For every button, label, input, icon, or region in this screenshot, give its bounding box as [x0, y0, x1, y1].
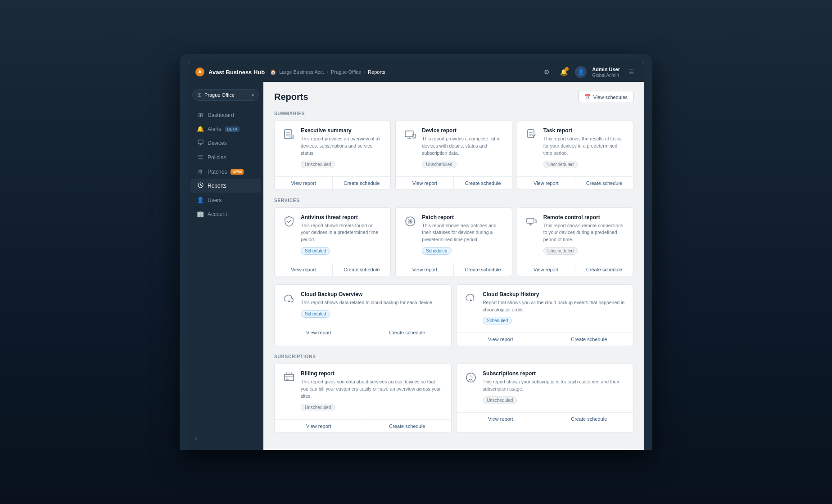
task-report-view-report[interactable]: View report	[517, 177, 575, 189]
remote-control-report-card: Remote control report This report shows …	[517, 207, 633, 276]
patch-report-view-report[interactable]: View report	[396, 263, 453, 276]
sidebar-item-users[interactable]: 👤 Users	[190, 194, 261, 207]
remote-control-view-report[interactable]: View report	[517, 263, 575, 276]
cloud-backup-history-create-schedule[interactable]: Create schedule	[545, 333, 633, 346]
patches-icon: ⚙	[197, 168, 204, 175]
notifications-icon[interactable]: 🔔	[558, 66, 570, 78]
user-info: Admin User Global Admin	[592, 66, 620, 78]
device-report-title: Device report	[422, 127, 504, 134]
cloud-backup-overview-icon	[282, 291, 296, 306]
main-content: Reports 📅 View schedules SUMMARIES	[263, 82, 644, 450]
cloud-backup-history-footer: View report Create schedule	[457, 333, 633, 346]
services-grid-row2: Cloud Backup Overview This report shows …	[274, 284, 633, 346]
executive-summary-create-schedule[interactable]: Create schedule	[333, 177, 390, 189]
cloud-backup-overview-card: Cloud Backup Overview This report shows …	[274, 284, 452, 346]
subscriptions-report-create-schedule[interactable]: Create schedule	[545, 413, 633, 425]
cloud-backup-overview-create-schedule[interactable]: Create schedule	[363, 326, 452, 339]
subscriptions-report-view-report[interactable]: View report	[457, 413, 545, 425]
patch-report-status: Scheduled	[422, 247, 451, 255]
services-grid-row1: Antivirus threat report This report show…	[274, 207, 633, 276]
sidebar-item-account[interactable]: 🏢 Account	[190, 207, 261, 220]
cloud-backup-history-title: Cloud Backup History	[483, 291, 626, 297]
antivirus-threat-view-report[interactable]: View report	[275, 263, 332, 276]
location-icon: ⊞	[197, 92, 202, 98]
executive-summary-status: Unscheduled	[301, 161, 335, 168]
content-header: Reports 📅 View schedules	[274, 91, 633, 103]
executive-summary-footer: View report Create schedule	[275, 176, 390, 189]
sidebar-item-label: Dashboard	[208, 112, 234, 118]
sidebar-item-dashboard[interactable]: ⊞ Dashboard	[190, 108, 261, 122]
breadcrumb: 🏠 Large Business Acc. / Prague Office / …	[270, 69, 535, 75]
device-report-view-report[interactable]: View report	[396, 177, 453, 189]
svg-point-7	[414, 137, 415, 138]
patch-report-create-schedule[interactable]: Create schedule	[454, 263, 511, 276]
notification-dot	[565, 67, 569, 71]
remote-control-footer: View report Create schedule	[517, 263, 633, 276]
task-report-card: Task report This report shows the result…	[517, 121, 633, 189]
patch-report-desc: This report shows new patches and their …	[422, 222, 504, 243]
sidebar-item-devices[interactable]: Devices	[190, 136, 261, 150]
task-report-icon	[525, 127, 539, 142]
subscriptions-report-card: Subscriptions report This report shows y…	[456, 364, 633, 432]
patch-report-footer: View report Create schedule	[396, 263, 511, 276]
breadcrumb-sep2: /	[364, 69, 365, 75]
patch-report-card: Patch report This report shows new patch…	[395, 207, 512, 276]
billing-report-status: Unscheduled	[301, 404, 335, 411]
antivirus-threat-desc: This report shows threats found on your …	[301, 222, 383, 243]
cloud-backup-overview-desc: This report shows data related to cloud …	[301, 299, 434, 306]
subscriptions-report-desc: This report shows your subscriptions for…	[483, 378, 626, 393]
executive-summary-card: Executive summary This report provides a…	[274, 121, 391, 189]
dashboard-icon: ⊞	[197, 112, 204, 118]
device-report-footer: View report Create schedule	[396, 176, 511, 189]
executive-summary-view-report[interactable]: View report	[275, 177, 332, 189]
device-report-create-schedule[interactable]: Create schedule	[454, 177, 511, 189]
cloud-backup-overview-view-report[interactable]: View report	[275, 326, 363, 339]
cloud-backup-overview-title: Cloud Backup Overview	[301, 291, 434, 297]
summaries-grid: Executive summary This report provides a…	[274, 121, 633, 189]
remote-control-create-schedule[interactable]: Create schedule	[575, 263, 633, 276]
sidebar-item-patches[interactable]: ⚙ Patches NEW	[190, 165, 261, 178]
cloud-backup-history-card: Cloud Backup History Report that shows y…	[456, 284, 633, 346]
settings-icon[interactable]: ⚙	[541, 66, 552, 78]
sidebar-item-label: Policies	[208, 154, 226, 161]
view-schedules-button[interactable]: 📅 View schedules	[579, 91, 633, 103]
menu-icon[interactable]: ☰	[625, 66, 637, 78]
services-section-label: SERVICES	[274, 198, 633, 203]
avatar: 👤	[575, 66, 587, 78]
sidebar-item-policies[interactable]: Policies	[190, 151, 261, 164]
policies-icon	[197, 154, 204, 161]
antivirus-icon	[282, 214, 296, 229]
task-report-footer: View report Create schedule	[517, 176, 633, 189]
breadcrumb-account[interactable]: Large Business Acc.	[279, 69, 324, 75]
sidebar-item-label: Users	[208, 197, 222, 203]
sidebar-item-alerts[interactable]: 🔔 Alerts BETA	[190, 122, 261, 135]
view-schedules-label: View schedules	[593, 94, 628, 100]
billing-report-icon	[282, 370, 296, 385]
executive-summary-title: Executive summary	[301, 127, 383, 134]
cloud-backup-history-desc: Report that shows you all the cloud back…	[483, 299, 626, 314]
cloud-backup-overview-status: Scheduled	[301, 310, 330, 318]
cloud-backup-history-view-report[interactable]: View report	[457, 333, 545, 346]
breadcrumb-sub[interactable]: Prague Office	[331, 69, 361, 75]
task-report-status: Unscheduled	[543, 161, 578, 168]
location-selector[interactable]: ⊞ Prague Office ▾	[192, 89, 259, 101]
executive-summary-icon	[282, 127, 296, 142]
executive-summary-desc: This report provides an overview of all …	[301, 135, 383, 157]
device-report-icon	[403, 127, 417, 142]
sidebar-collapse-button[interactable]: «	[188, 431, 263, 446]
antivirus-threat-title: Antivirus threat report	[301, 214, 383, 220]
billing-report-create-schedule[interactable]: Create schedule	[363, 420, 452, 432]
cloud-backup-history-status: Scheduled	[483, 317, 512, 324]
billing-report-footer: View report Create schedule	[275, 419, 451, 432]
calendar-icon: 📅	[584, 94, 591, 100]
svg-rect-1	[198, 140, 203, 144]
sidebar-item-label: Patches	[208, 169, 227, 175]
sidebar-item-reports[interactable]: Reports	[190, 179, 261, 193]
app-logo: Avast Business Hub	[195, 67, 265, 77]
sidebar-item-label: Alerts	[208, 126, 222, 132]
device-report-desc: This report provides a complete list of …	[422, 135, 504, 157]
antivirus-threat-create-schedule[interactable]: Create schedule	[333, 263, 390, 276]
task-report-create-schedule[interactable]: Create schedule	[575, 177, 633, 189]
billing-report-view-report[interactable]: View report	[275, 420, 363, 432]
devices-icon	[197, 140, 204, 147]
